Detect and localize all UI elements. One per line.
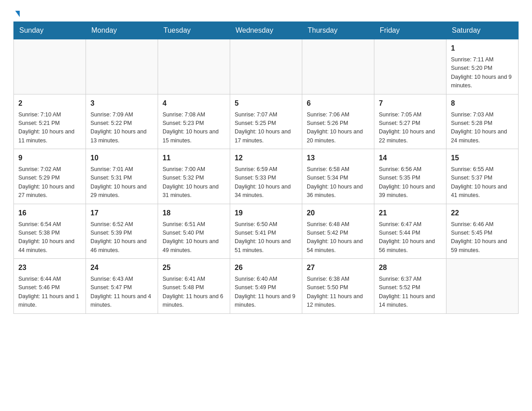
calendar-table: SundayMondayTuesdayWednesdayThursdayFrid… — [13, 21, 519, 314]
day-number: 17 — [90, 208, 153, 218]
calendar-day-cell: 28Sunrise: 6:37 AM Sunset: 5:52 PM Dayli… — [374, 259, 446, 314]
day-info: Sunrise: 7:06 AM Sunset: 5:26 PM Dayligh… — [307, 111, 369, 146]
day-info: Sunrise: 6:47 AM Sunset: 5:44 PM Dayligh… — [379, 220, 442, 255]
calendar-day-cell: 2Sunrise: 7:10 AM Sunset: 5:21 PM Daylig… — [14, 94, 86, 149]
weekday-header-thursday: Thursday — [302, 22, 374, 39]
calendar-day-cell — [302, 39, 374, 94]
day-number: 13 — [307, 153, 369, 163]
day-number: 28 — [379, 262, 442, 273]
day-info: Sunrise: 6:58 AM Sunset: 5:34 PM Dayligh… — [307, 165, 369, 200]
weekday-header-monday: Monday — [86, 22, 158, 39]
day-info: Sunrise: 7:03 AM Sunset: 5:28 PM Dayligh… — [451, 111, 514, 146]
day-number: 1 — [451, 43, 514, 54]
day-info: Sunrise: 6:56 AM Sunset: 5:35 PM Dayligh… — [379, 165, 442, 200]
day-info: Sunrise: 6:50 AM Sunset: 5:41 PM Dayligh… — [235, 220, 297, 255]
day-info: Sunrise: 6:48 AM Sunset: 5:42 PM Dayligh… — [307, 220, 369, 255]
day-number: 22 — [451, 208, 514, 218]
calendar-day-cell — [446, 259, 519, 314]
calendar-day-cell — [14, 39, 86, 94]
calendar-day-cell: 14Sunrise: 6:56 AM Sunset: 5:35 PM Dayli… — [374, 149, 446, 204]
day-number: 14 — [379, 153, 442, 163]
day-info: Sunrise: 6:40 AM Sunset: 5:49 PM Dayligh… — [235, 275, 297, 310]
calendar-day-cell: 13Sunrise: 6:58 AM Sunset: 5:34 PM Dayli… — [302, 149, 374, 204]
day-number: 2 — [18, 98, 81, 109]
day-info: Sunrise: 7:08 AM Sunset: 5:23 PM Dayligh… — [163, 111, 225, 146]
calendar-day-cell — [230, 39, 302, 94]
day-info: Sunrise: 6:41 AM Sunset: 5:48 PM Dayligh… — [163, 275, 225, 310]
day-info: Sunrise: 6:59 AM Sunset: 5:33 PM Dayligh… — [235, 165, 297, 200]
day-info: Sunrise: 6:54 AM Sunset: 5:38 PM Dayligh… — [18, 220, 81, 255]
calendar-day-cell: 23Sunrise: 6:44 AM Sunset: 5:46 PM Dayli… — [14, 259, 86, 314]
calendar-week-row: 23Sunrise: 6:44 AM Sunset: 5:46 PM Dayli… — [14, 259, 519, 314]
weekday-header-friday: Friday — [374, 22, 446, 39]
day-number: 3 — [90, 98, 153, 109]
day-info: Sunrise: 7:10 AM Sunset: 5:21 PM Dayligh… — [18, 111, 81, 146]
weekday-header-wednesday: Wednesday — [230, 22, 302, 39]
day-number: 21 — [379, 208, 442, 218]
calendar-day-cell: 22Sunrise: 6:46 AM Sunset: 5:45 PM Dayli… — [446, 204, 519, 259]
day-number: 19 — [235, 208, 297, 218]
day-info: Sunrise: 7:01 AM Sunset: 5:31 PM Dayligh… — [90, 165, 153, 200]
calendar-day-cell — [374, 39, 446, 94]
day-number: 18 — [163, 208, 225, 218]
day-number: 6 — [307, 98, 369, 109]
day-number: 24 — [90, 262, 153, 273]
weekday-header-tuesday: Tuesday — [158, 22, 230, 39]
calendar-day-cell: 24Sunrise: 6:43 AM Sunset: 5:47 PM Dayli… — [86, 259, 158, 314]
day-info: Sunrise: 6:46 AM Sunset: 5:45 PM Dayligh… — [451, 220, 514, 255]
day-info: Sunrise: 6:37 AM Sunset: 5:52 PM Dayligh… — [379, 275, 442, 310]
calendar-day-cell: 11Sunrise: 7:00 AM Sunset: 5:32 PM Dayli… — [158, 149, 230, 204]
page-header — [13, 9, 519, 17]
weekday-header-sunday: Sunday — [14, 22, 86, 39]
calendar-day-cell: 25Sunrise: 6:41 AM Sunset: 5:48 PM Dayli… — [158, 259, 230, 314]
calendar-day-cell: 5Sunrise: 7:07 AM Sunset: 5:25 PM Daylig… — [230, 94, 302, 149]
day-info: Sunrise: 6:43 AM Sunset: 5:47 PM Dayligh… — [90, 275, 153, 310]
calendar-day-cell: 21Sunrise: 6:47 AM Sunset: 5:44 PM Dayli… — [374, 204, 446, 259]
calendar-day-cell: 12Sunrise: 6:59 AM Sunset: 5:33 PM Dayli… — [230, 149, 302, 204]
calendar-day-cell: 9Sunrise: 7:02 AM Sunset: 5:29 PM Daylig… — [14, 149, 86, 204]
calendar-day-cell: 8Sunrise: 7:03 AM Sunset: 5:28 PM Daylig… — [446, 94, 519, 149]
calendar-day-cell: 17Sunrise: 6:52 AM Sunset: 5:39 PM Dayli… — [86, 204, 158, 259]
day-number: 7 — [379, 98, 442, 109]
calendar-day-cell — [86, 39, 158, 94]
day-number: 26 — [235, 262, 297, 273]
calendar-week-row: 9Sunrise: 7:02 AM Sunset: 5:29 PM Daylig… — [14, 149, 519, 204]
day-number: 9 — [18, 153, 81, 163]
weekday-header-saturday: Saturday — [446, 22, 519, 39]
calendar-day-cell: 1Sunrise: 7:11 AM Sunset: 5:20 PM Daylig… — [446, 39, 519, 94]
day-number: 12 — [235, 153, 297, 163]
calendar-week-row: 1Sunrise: 7:11 AM Sunset: 5:20 PM Daylig… — [14, 39, 519, 94]
day-number: 5 — [235, 98, 297, 109]
day-number: 4 — [163, 98, 225, 109]
day-number: 27 — [307, 262, 369, 273]
calendar-day-cell: 16Sunrise: 6:54 AM Sunset: 5:38 PM Dayli… — [14, 204, 86, 259]
day-info: Sunrise: 7:05 AM Sunset: 5:27 PM Dayligh… — [379, 111, 442, 146]
calendar-day-cell: 15Sunrise: 6:55 AM Sunset: 5:37 PM Dayli… — [446, 149, 519, 204]
logo-arrow-icon — [15, 11, 20, 17]
day-info: Sunrise: 6:51 AM Sunset: 5:40 PM Dayligh… — [163, 220, 225, 255]
day-number: 10 — [90, 153, 153, 163]
day-info: Sunrise: 7:07 AM Sunset: 5:25 PM Dayligh… — [235, 111, 297, 146]
day-number: 11 — [163, 153, 225, 163]
day-number: 25 — [163, 262, 225, 273]
day-number: 20 — [307, 208, 369, 218]
day-info: Sunrise: 7:11 AM Sunset: 5:20 PM Dayligh… — [451, 56, 514, 90]
calendar-week-row: 16Sunrise: 6:54 AM Sunset: 5:38 PM Dayli… — [14, 204, 519, 259]
calendar-day-cell: 26Sunrise: 6:40 AM Sunset: 5:49 PM Dayli… — [230, 259, 302, 314]
day-number: 15 — [451, 153, 514, 163]
calendar-week-row: 2Sunrise: 7:10 AM Sunset: 5:21 PM Daylig… — [14, 94, 519, 149]
day-info: Sunrise: 6:55 AM Sunset: 5:37 PM Dayligh… — [451, 165, 514, 200]
calendar-day-cell — [158, 39, 230, 94]
calendar-day-cell: 4Sunrise: 7:08 AM Sunset: 5:23 PM Daylig… — [158, 94, 230, 149]
day-info: Sunrise: 7:09 AM Sunset: 5:22 PM Dayligh… — [90, 111, 153, 146]
calendar-day-cell: 27Sunrise: 6:38 AM Sunset: 5:50 PM Dayli… — [302, 259, 374, 314]
logo — [13, 9, 20, 17]
calendar-day-cell: 6Sunrise: 7:06 AM Sunset: 5:26 PM Daylig… — [302, 94, 374, 149]
day-info: Sunrise: 6:38 AM Sunset: 5:50 PM Dayligh… — [307, 275, 369, 310]
day-info: Sunrise: 6:52 AM Sunset: 5:39 PM Dayligh… — [90, 220, 153, 255]
day-number: 8 — [451, 98, 514, 109]
calendar-day-cell: 18Sunrise: 6:51 AM Sunset: 5:40 PM Dayli… — [158, 204, 230, 259]
calendar-header-row: SundayMondayTuesdayWednesdayThursdayFrid… — [14, 22, 519, 39]
calendar-day-cell: 3Sunrise: 7:09 AM Sunset: 5:22 PM Daylig… — [86, 94, 158, 149]
day-number: 23 — [18, 262, 81, 273]
